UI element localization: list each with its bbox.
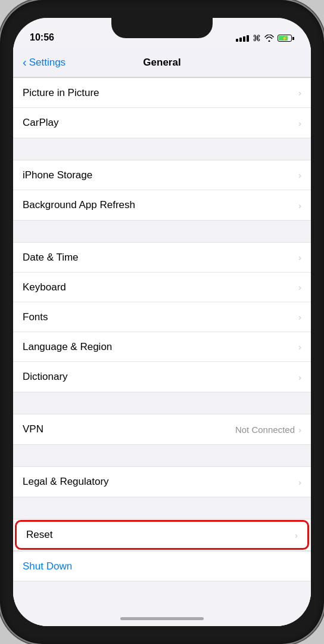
status-icons: ⌘ ⚡: [236, 33, 294, 44]
chevron-right-icon: ›: [295, 530, 298, 540]
chevron-right-icon: ›: [298, 477, 301, 487]
section-1: Picture in Picture › CarPlay ›: [13, 78, 311, 138]
chevron-right-icon: ›: [298, 372, 301, 382]
background-app-refresh-item[interactable]: Background App Refresh ›: [13, 190, 311, 220]
chevron-right-icon: ›: [298, 170, 301, 180]
section-4: VPN Not Connected ›: [13, 414, 311, 445]
vpn-status: Not Connected: [235, 425, 295, 435]
language-region-item[interactable]: Language & Region ›: [13, 332, 311, 362]
chevron-right-icon: ›: [298, 282, 301, 292]
section-divider: [13, 445, 311, 466]
status-time: 10:56: [30, 32, 54, 44]
back-chevron-icon: ‹: [23, 55, 27, 69]
settings-list: Picture in Picture › CarPlay ›: [13, 78, 311, 626]
section-3: Date & Time › Keyboard › Fonts › Langu: [13, 242, 311, 392]
back-button[interactable]: ‹ Settings: [23, 56, 66, 69]
chevron-right-icon: ›: [298, 200, 301, 210]
chevron-right-icon: ›: [298, 342, 301, 352]
back-label: Settings: [29, 57, 66, 69]
notch: [111, 18, 213, 38]
keyboard-item[interactable]: Keyboard ›: [13, 273, 311, 302]
section-7: Shut Down: [13, 551, 311, 581]
legal-regulatory-item[interactable]: Legal & Regulatory ›: [13, 467, 311, 497]
page-title: General: [143, 57, 180, 69]
section-6: Reset ›: [13, 519, 311, 551]
iphone-storage-item[interactable]: iPhone Storage ›: [13, 160, 311, 190]
phone-frame: 10:56 ⌘: [0, 0, 324, 644]
wifi-icon: [264, 35, 274, 42]
date-time-item[interactable]: Date & Time ›: [13, 243, 311, 273]
signal-icon: [236, 35, 249, 42]
list-item[interactable]: Picture in Picture ›: [13, 78, 311, 108]
vpn-item[interactable]: VPN Not Connected ›: [13, 414, 311, 444]
chevron-right-icon: ›: [298, 312, 301, 322]
home-indicator: [120, 617, 204, 620]
shut-down-item[interactable]: Shut Down: [13, 551, 311, 581]
section-divider: [13, 221, 311, 242]
reset-item[interactable]: Reset ›: [15, 520, 309, 550]
section-divider: [13, 138, 311, 160]
wifi-icon: ⌘: [253, 33, 261, 43]
screen-content: 10:56 ⌘: [13, 18, 311, 626]
section-5: Legal & Regulatory ›: [13, 466, 311, 497]
section-2: iPhone Storage › Background App Refresh …: [13, 160, 311, 221]
section-divider: [13, 392, 311, 414]
battery-icon: ⚡: [278, 35, 294, 42]
chevron-right-icon: ›: [298, 118, 301, 128]
dictionary-item[interactable]: Dictionary ›: [13, 362, 311, 392]
section-divider: [13, 497, 311, 519]
shut-down-label[interactable]: Shut Down: [23, 561, 72, 572]
chevron-right-icon: ›: [298, 88, 301, 98]
fonts-item[interactable]: Fonts ›: [13, 302, 311, 332]
list-item[interactable]: CarPlay ›: [13, 108, 311, 138]
phone-screen: 10:56 ⌘: [13, 18, 311, 626]
nav-bar: ‹ Settings General: [13, 48, 311, 78]
chevron-right-icon: ›: [298, 425, 301, 435]
chevron-right-icon: ›: [298, 252, 301, 262]
